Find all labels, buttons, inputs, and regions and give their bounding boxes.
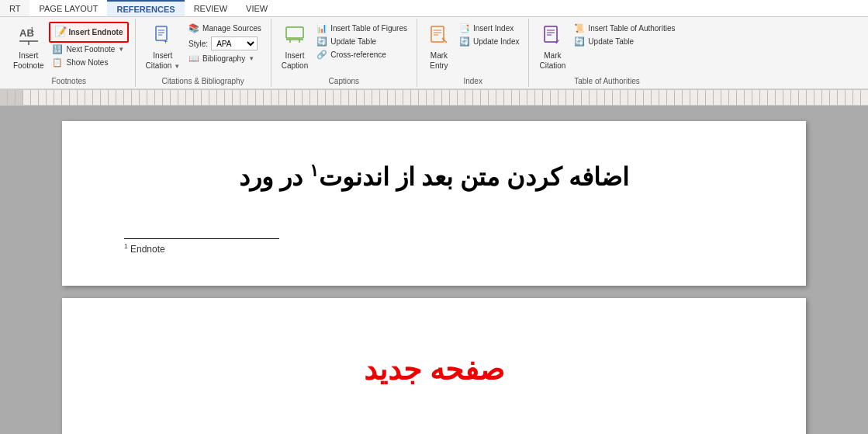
svg-text:✓: ✓ bbox=[555, 38, 561, 46]
document-area: اضافه کردن متن بعد از اندنوت۱ در ورد 1 E… bbox=[0, 106, 868, 434]
insert-index-button[interactable]: 📑 Insert Index bbox=[456, 22, 523, 35]
show-notes-label: Show Notes bbox=[66, 58, 108, 67]
authorities-row: ✓ MarkCitation 📜 Insert Table of Authori… bbox=[535, 22, 678, 75]
insert-citation-icon: + bbox=[152, 24, 174, 49]
insert-table-authorities-label: Insert Table of Authorities bbox=[588, 24, 675, 33]
page-2-title: صفحه جدید bbox=[124, 352, 744, 387]
manage-sources-button[interactable]: 📚 Manage Sources bbox=[185, 22, 265, 35]
citations-row: + InsertCitation ▼ 📚 Manage Sources Styl… bbox=[142, 22, 265, 75]
update-table-captions-label: Update Table bbox=[330, 37, 376, 46]
cross-reference-icon: 🔗 bbox=[316, 50, 327, 60]
bibliography-button[interactable]: 📖 Bibliography ▼ bbox=[185, 52, 265, 65]
footnote-number: 1 bbox=[124, 242, 128, 250]
mark-citation-label: MarkCitation bbox=[539, 50, 565, 71]
insert-table-authorities-button[interactable]: 📜 Insert Table of Authorities bbox=[571, 22, 678, 35]
index-row: MarkEntry 📑 Insert Index 🔄 Update Index bbox=[424, 22, 523, 75]
ribbon-group-citations: + InsertCitation ▼ 📚 Manage Sources Styl… bbox=[136, 19, 271, 87]
endnote-icon: 📝 bbox=[54, 26, 67, 39]
cross-reference-label: Cross-reference bbox=[330, 50, 386, 59]
insert-caption-icon bbox=[284, 24, 306, 49]
insert-footnote-label: InsertFootnote bbox=[13, 50, 43, 71]
insert-table-authorities-icon: 📜 bbox=[574, 23, 585, 33]
insert-footnote-icon: AB 1 bbox=[18, 24, 40, 49]
authorities-small-col: 📜 Insert Table of Authorities 🔄 Update T… bbox=[571, 22, 678, 48]
footnotes-group-title: Footnotes bbox=[9, 75, 129, 85]
ruler bbox=[0, 90, 868, 106]
bibliography-dropdown-icon: ▼ bbox=[248, 55, 254, 62]
insert-table-figures-icon: 📊 bbox=[316, 23, 327, 33]
mark-entry-icon bbox=[428, 24, 450, 49]
tab-view[interactable]: VIEW bbox=[237, 0, 277, 16]
svg-rect-9 bbox=[286, 27, 303, 38]
insert-endnote-button[interactable]: 📝 Insert Endnote bbox=[49, 22, 128, 43]
tab-rt[interactable]: RT bbox=[0, 0, 29, 16]
show-notes-icon: 📋 bbox=[52, 57, 63, 68]
mark-citation-button[interactable]: ✓ MarkCitation bbox=[535, 22, 569, 73]
cross-reference-button[interactable]: 🔗 Cross-reference bbox=[313, 48, 410, 61]
page-1-title: اضافه کردن متن بعد از اندنوت۱ در ورد bbox=[124, 160, 744, 192]
document-page-1: اضافه کردن متن بعد از اندنوت۱ در ورد 1 E… bbox=[62, 121, 806, 286]
ruler-scale bbox=[0, 90, 868, 105]
citations-small-col: 📚 Manage Sources Style: APA MLA Chicago … bbox=[185, 22, 265, 65]
ribbon: AB 1 InsertFootnote 📝 Insert Endnote 🔢 N… bbox=[0, 17, 868, 90]
svg-rect-13 bbox=[431, 26, 444, 42]
insert-table-figures-label: Insert Table of Figures bbox=[330, 24, 407, 33]
ribbon-group-captions: InsertCaption 📊 Insert Table of Figures … bbox=[271, 19, 417, 87]
insert-index-icon: 📑 bbox=[459, 23, 470, 33]
update-index-label: Update Index bbox=[473, 37, 520, 46]
insert-citation-label: InsertCitation ▼ bbox=[146, 50, 181, 71]
footnote-1: 1 Endnote bbox=[124, 242, 744, 255]
update-table-captions-icon: 🔄 bbox=[316, 36, 327, 47]
show-notes-button[interactable]: 📋 Show Notes bbox=[49, 56, 128, 69]
update-index-button[interactable]: 🔄 Update Index bbox=[456, 35, 523, 48]
insert-caption-button[interactable]: InsertCaption bbox=[278, 22, 312, 73]
update-table-authorities-icon: 🔄 bbox=[574, 36, 585, 47]
footnotes-small-col: 📝 Insert Endnote 🔢 Next Footnote ▼ 📋 Sho… bbox=[49, 22, 128, 69]
manage-sources-label: Manage Sources bbox=[202, 24, 261, 33]
captions-row: InsertCaption 📊 Insert Table of Figures … bbox=[278, 22, 410, 75]
insert-table-figures-button[interactable]: 📊 Insert Table of Figures bbox=[313, 22, 410, 35]
footnotes-row: AB 1 InsertFootnote 📝 Insert Endnote 🔢 N… bbox=[9, 22, 129, 75]
tab-bar: RT PAGE LAYOUT REFERENCES REVIEW VIEW bbox=[0, 0, 868, 17]
mark-citation-icon: ✓ bbox=[541, 24, 563, 49]
index-group-title: Index bbox=[424, 75, 523, 85]
style-row: Style: APA MLA Chicago bbox=[185, 35, 265, 52]
bibliography-icon: 📖 bbox=[188, 54, 199, 64]
insert-caption-label: InsertCaption bbox=[282, 50, 308, 71]
captions-group-title: Captions bbox=[278, 75, 410, 85]
style-label: Style: bbox=[188, 40, 208, 48]
update-table-captions-button[interactable]: 🔄 Update Table bbox=[313, 35, 410, 48]
ribbon-group-footnotes: AB 1 InsertFootnote 📝 Insert Endnote 🔢 N… bbox=[3, 19, 136, 87]
tab-page-layout[interactable]: PAGE LAYOUT bbox=[29, 0, 107, 16]
svg-text:+: + bbox=[164, 38, 168, 46]
update-table-authorities-button[interactable]: 🔄 Update Table bbox=[571, 35, 678, 48]
insert-citation-button[interactable]: + InsertCitation ▼ bbox=[142, 22, 185, 73]
ribbon-group-authorities: ✓ MarkCitation 📜 Insert Table of Authori… bbox=[529, 19, 684, 87]
superscript-1: ۱ bbox=[310, 161, 319, 180]
mark-entry-button[interactable]: MarkEntry bbox=[424, 22, 455, 73]
style-select[interactable]: APA MLA Chicago bbox=[211, 36, 258, 50]
captions-small-col: 📊 Insert Table of Figures 🔄 Update Table… bbox=[313, 22, 410, 61]
svg-text:1: 1 bbox=[30, 26, 34, 33]
next-footnote-icon: 🔢 bbox=[52, 44, 63, 54]
index-small-col: 📑 Insert Index 🔄 Update Index bbox=[456, 22, 523, 48]
manage-sources-icon: 📚 bbox=[188, 23, 199, 33]
mark-entry-label: MarkEntry bbox=[430, 50, 448, 71]
next-footnote-dropdown-icon: ▼ bbox=[118, 46, 124, 53]
tab-review[interactable]: REVIEW bbox=[185, 0, 237, 16]
insert-endnote-label: Insert Endnote bbox=[68, 27, 123, 37]
update-index-icon: 🔄 bbox=[459, 36, 470, 47]
authorities-group-title: Table of Authorities bbox=[535, 75, 678, 85]
ribbon-group-index: MarkEntry 📑 Insert Index 🔄 Update Index … bbox=[417, 19, 530, 87]
next-footnote-label: Next Footnote bbox=[66, 45, 115, 54]
citations-group-title: Citations & Bibliography bbox=[142, 75, 265, 85]
document-page-2: صفحه جدید bbox=[62, 298, 806, 434]
next-footnote-button[interactable]: 🔢 Next Footnote ▼ bbox=[49, 43, 128, 56]
footnote-separator bbox=[124, 238, 279, 239]
insert-index-label: Insert Index bbox=[473, 24, 514, 33]
tab-references[interactable]: REFERENCES bbox=[107, 0, 184, 16]
update-table-authorities-label: Update Table bbox=[588, 37, 634, 46]
insert-footnote-button[interactable]: AB 1 InsertFootnote bbox=[9, 22, 47, 73]
bibliography-label: Bibliography bbox=[202, 54, 245, 63]
